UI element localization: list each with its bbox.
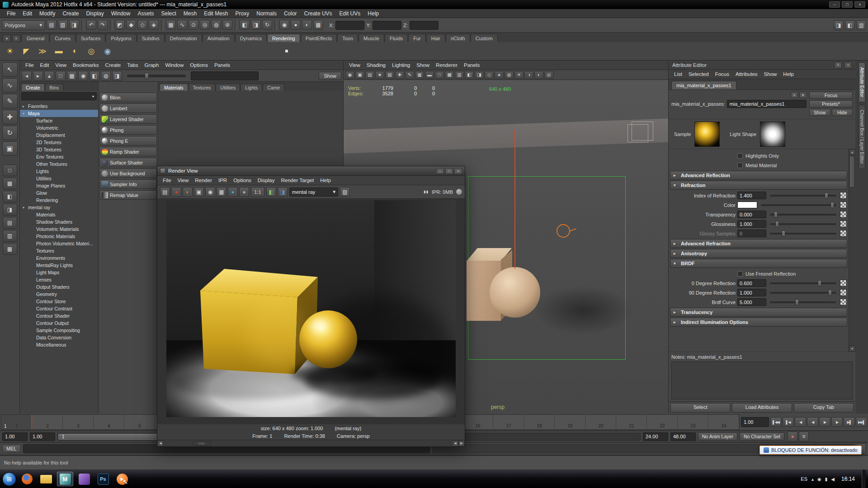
menu-item[interactable]: Window	[162, 61, 186, 69]
create-material-button[interactable]: Remap Value	[99, 190, 157, 200]
menu-item[interactable]: Normals	[253, 9, 280, 18]
shelf-icon[interactable]	[361, 44, 375, 58]
shelf-icon[interactable]: ☀	[3, 44, 17, 58]
one-to-one-button[interactable]: 1:1	[251, 187, 264, 197]
shelf-tab[interactable]: Animation	[203, 34, 235, 42]
tool-icon[interactable]: ∿	[2, 78, 18, 93]
viewport-toolbar-icon[interactable]: ◑	[524, 71, 533, 79]
texture-map-button[interactable]	[840, 202, 847, 208]
menu-item[interactable]: File	[160, 177, 174, 184]
statusline-icon[interactable]: ●	[291, 20, 301, 30]
layout-preset-icon[interactable]: ▦	[3, 178, 17, 189]
color-swatch[interactable]	[737, 202, 757, 208]
taskbar-clock[interactable]: 16:14	[839, 476, 858, 482]
layout-preset-icon[interactable]: ▥	[3, 230, 17, 242]
shelf-icon[interactable]	[344, 44, 359, 58]
create-material-button[interactable]: Lambert	[99, 103, 157, 113]
shelf-icon[interactable]	[165, 44, 180, 58]
hypershade-tab[interactable]: Bins	[45, 84, 63, 91]
viewport-toolbar-icon[interactable]: ▧	[385, 71, 394, 79]
node-tab[interactable]: mia_material_x_passes1	[671, 81, 736, 89]
mel-toggle-button[interactable]: MEL	[2, 445, 21, 453]
selection-mode-dropdown[interactable]: Polygons ▾	[2, 20, 45, 30]
close-button[interactable]: ×	[854, 1, 865, 8]
statusline-icon[interactable]: ↻	[262, 20, 272, 30]
sidebar-toggle-icon[interactable]: ▥	[856, 20, 866, 30]
attribute-slider[interactable]	[770, 223, 836, 225]
shelf-tab[interactable]: Muscle	[359, 34, 384, 42]
hypershade-toolbar-icon[interactable]: ◧	[90, 71, 99, 81]
hypershade-toolbar-icon[interactable]: ▴	[44, 71, 54, 81]
shelf-tab[interactable]: General	[22, 34, 49, 42]
layout-preset-icon[interactable]: ◧	[3, 191, 17, 202]
menu-item[interactable]: Tabs	[124, 61, 141, 69]
swatch-size-slider[interactable]	[127, 75, 186, 77]
attribute-slider[interactable]	[761, 204, 836, 206]
tree-item[interactable]: Photonic Materials	[20, 233, 98, 240]
x-coordinate-field[interactable]	[335, 21, 364, 30]
statusline-icon[interactable]: ▤	[47, 20, 57, 30]
checkbox[interactable]	[737, 153, 743, 159]
create-filter-field[interactable]: ▾	[21, 92, 97, 100]
statusline-icon[interactable]: ◆	[126, 20, 136, 30]
tree-item[interactable]: Volumetric	[20, 124, 98, 131]
tool-icon[interactable]: ✎	[2, 94, 18, 108]
hide-button[interactable]: Hide	[832, 109, 853, 116]
load-attributes-button[interactable]: Load Attributes	[732, 403, 792, 413]
work-area-tab[interactable]: Materials	[160, 84, 188, 91]
renderer-dropdown[interactable]: mental ray ▾	[289, 188, 338, 197]
playback-transport-button[interactable]: ▶▶▌	[856, 417, 867, 427]
statusline-icon[interactable]	[110, 20, 113, 31]
texture-map-button[interactable]	[840, 280, 847, 286]
menu-item[interactable]: Create	[103, 61, 124, 69]
menu-item[interactable]: View	[52, 61, 69, 69]
statusline-icon[interactable]: ▦	[166, 20, 176, 30]
animation-end-field[interactable]: 48.00	[670, 432, 696, 441]
tree-expander-icon[interactable]: ▸	[23, 104, 27, 108]
statusline-icon[interactable]: ◩	[115, 20, 125, 30]
create-material-button[interactable]: Phong	[99, 125, 157, 135]
menu-item[interactable]: Help	[780, 70, 797, 78]
menu-item[interactable]: Create UVs	[301, 9, 335, 18]
tree-item[interactable]: Utilities	[20, 175, 98, 182]
hypershade-toolbar-icon[interactable]: ▦	[67, 71, 77, 81]
work-area-tab[interactable]: Lights	[241, 84, 262, 91]
tree-item[interactable]: Textures	[20, 247, 98, 254]
image-storage-icon[interactable]: ◧	[266, 187, 276, 197]
section-header[interactable]: ▸ Advanced Refraction	[670, 239, 847, 248]
create-material-button[interactable]: Layered Shader	[99, 114, 157, 124]
viewport-toolbar-icon[interactable]: ▣	[355, 71, 364, 79]
create-material-button[interactable]: Sampler Info	[99, 179, 157, 189]
attribute-slider[interactable]	[770, 301, 836, 303]
viewport-toolbar-icon[interactable]: ◍	[505, 71, 514, 79]
tray-icon[interactable]: ▴	[811, 477, 814, 482]
attribute-value-field[interactable]: 1.400	[737, 192, 766, 199]
render-view-toolbar-icon[interactable]: ▣	[194, 187, 204, 197]
statusline-icon[interactable]: ↶	[86, 20, 96, 30]
node-name-field[interactable]: mia_material_x_passes1	[727, 100, 807, 108]
shelf-menu-icon[interactable]: ▾	[3, 35, 11, 42]
render-view-toolbar-icon[interactable]: ◐	[183, 187, 193, 197]
statusline-icon[interactable]: ◇	[137, 20, 147, 30]
viewport-toolbar-icon[interactable]: ▤	[365, 71, 374, 79]
shelf-icon[interactable]	[214, 44, 229, 58]
scroll-left-icon[interactable]: ◀	[452, 441, 458, 446]
tree-item[interactable]: Rendering	[20, 197, 98, 204]
menu-item[interactable]: Graph	[142, 61, 161, 69]
layout-preset-icon[interactable]: ▤	[3, 217, 17, 229]
shelf-icon[interactable]	[182, 44, 196, 58]
checkbox[interactable]	[737, 163, 743, 168]
tree-item[interactable]: Miscellaneous	[20, 341, 98, 348]
attribute-slider[interactable]	[770, 214, 836, 216]
checkbox[interactable]	[737, 271, 743, 277]
attribute-value-field[interactable]: 1.000	[737, 289, 766, 296]
viewport-toolbar-icon[interactable]: ◇	[485, 71, 494, 79]
slider-handle[interactable]	[795, 299, 799, 305]
menu-item[interactable]: Help	[317, 177, 334, 184]
tree-expander-icon[interactable]: ▾	[23, 112, 27, 116]
show-button[interactable]: Show	[319, 72, 341, 80]
attribute-value-field[interactable]: 0.600	[737, 279, 766, 287]
menu-item[interactable]: Window	[108, 9, 134, 18]
language-indicator[interactable]: ES	[801, 476, 807, 482]
attribute-slider[interactable]	[770, 282, 836, 284]
